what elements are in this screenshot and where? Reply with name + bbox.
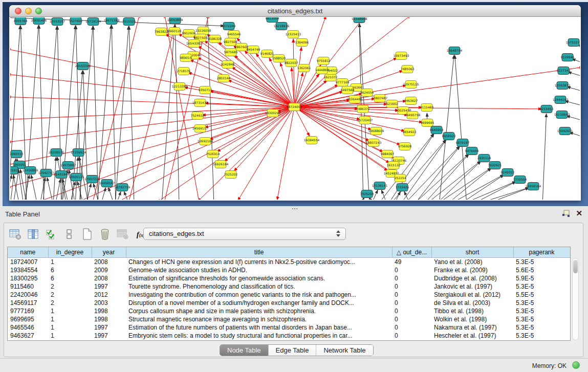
table-cell[interactable]: 49 [392,257,431,266]
table-cell[interactable]: 2003 [92,299,126,307]
network-node[interactable]: 10807487 [372,95,388,102]
column-header[interactable]: title [126,247,392,257]
network-edge[interactable] [360,198,364,200]
network-node[interactable]: 19218936 [274,23,290,30]
table-cell[interactable]: 9465546 [8,323,48,332]
table-cell[interactable]: 5.5E-5 [513,291,570,299]
network-node[interactable]: 7525209 [360,190,374,198]
network-edge[interactable] [294,47,301,107]
network-node[interactable]: 8960128 [168,28,182,35]
table-cell[interactable]: Investigating the contribution of common… [126,291,392,299]
network-node[interactable]: 19671368 [104,17,120,25]
network-window-titlebar[interactable]: citations_edges.txt [9,5,581,17]
network-edge[interactable] [117,107,294,200]
network-node[interactable]: 8186328 [208,35,222,43]
network-node[interactable]: 9756928 [398,143,412,150]
network-node[interactable]: 15136141 [372,182,388,190]
table-row[interactable]: 1456911722003Disruption of a novel membe… [8,299,570,307]
network-node[interactable]: 9755812 [317,57,331,65]
network-node[interactable]: 7526914 [206,150,220,158]
network-node[interactable]: 16648794 [447,47,463,55]
column-header[interactable]: △ out_de... [392,247,431,257]
network-node[interactable]: 9115460 [420,104,434,112]
network-edge[interactable] [92,17,140,200]
table-cell[interactable]: Genome-wide association studies in ADHD. [126,266,392,274]
network-edge[interactable] [455,55,467,200]
network-node[interactable]: 2060510 [10,150,24,158]
table-cell[interactable]: 18724007 [8,257,48,266]
network-node[interactable]: 9777169 [336,79,350,86]
network-node[interactable]: 15992931 [557,127,573,135]
table-scrollbar-thumb[interactable] [573,260,578,273]
table-selector-dropdown[interactable]: citations_edges.txt [143,228,346,240]
network-node[interactable]: 11456869 [23,167,38,174]
network-node[interactable]: 19495758 [405,112,421,119]
network-node[interactable]: 9474444 [465,147,479,155]
table-cell[interactable]: Jankovic et al. (1997) [431,282,513,291]
table-cell[interactable]: 5.3E-5 [513,315,570,323]
table-cell[interactable]: Estimation of the future numbers of pati… [126,323,392,332]
table-cell[interactable]: 0 [392,299,431,307]
network-canvas[interactable]: 1872400779638228960128891293423226058982… [10,17,580,200]
network-node[interactable]: 10692168 [198,138,213,145]
table-cell[interactable]: 22420046 [8,291,48,299]
network-edge[interactable] [207,17,214,200]
table-row[interactable]: 946554611997Estimation of the future num… [8,323,570,332]
network-edge[interactable] [101,188,106,200]
network-edge[interactable] [53,157,56,200]
table-cell[interactable]: 1 [48,315,92,323]
network-edge[interactable] [129,26,134,200]
table-cell[interactable]: de Silva et al. (2003) [431,299,513,307]
table-cell[interactable]: 1997 [92,323,126,332]
table-row[interactable]: 1938455462009Genome-wide association stu… [8,266,570,274]
network-edge[interactable] [565,101,580,107]
network-node[interactable]: 9245012 [501,169,515,177]
table-cell[interactable]: Estimation of significance thresholds fo… [126,274,392,282]
network-node[interactable]: 16958164 [526,183,541,190]
network-node[interactable]: 4055764 [14,17,28,25]
network-node[interactable]: 1615132 [387,162,401,169]
network-node[interactable]: 1588520 [272,55,286,62]
close-panel-icon[interactable]: ✕ [576,209,582,218]
table-cell[interactable]: 9777169 [8,307,48,315]
table-row[interactable]: 2242004622012Investigating the contribut… [8,291,570,299]
create-table-icon[interactable] [81,229,93,240]
table-cell[interactable]: 5.6E-5 [513,266,570,274]
table-cell[interactable]: 5.3E-5 [513,323,570,332]
table-cell[interactable]: 1997 [92,282,126,291]
table-cell[interactable]: 1 [48,332,92,340]
network-node[interactable]: 6879197 [456,139,470,147]
network-node[interactable]: 9640954 [430,126,444,134]
table-cell[interactable]: 5.3E-5 [513,257,570,266]
table-cell[interactable]: Yano et al. (2008) [431,257,513,266]
table-cell[interactable]: Nakamura et al. (1997) [431,323,513,332]
network-node[interactable]: 252254 [395,174,406,182]
network-node[interactable]: 19384554 [304,137,320,144]
network-node[interactable]: 12975115 [403,81,419,89]
table-cell[interactable]: Stergiakouli et al. (2012) [431,291,513,299]
network-node[interactable]: 8813054 [266,17,279,23]
network-edge[interactable] [394,191,400,200]
network-node[interactable]: 16782759 [115,184,130,191]
network-node[interactable]: 2935114 [477,155,491,162]
network-edge[interactable] [108,188,114,200]
network-edge[interactable] [10,107,294,120]
table-cell[interactable]: 5.3E-5 [513,332,570,340]
network-node[interactable]: 15751074 [566,39,580,47]
network-edge[interactable] [568,72,580,78]
table-cell[interactable]: 0 [392,332,431,340]
network-edge[interactable] [567,116,580,122]
table-row[interactable]: 1872400712008Changes of HCN gene express… [8,257,570,266]
network-node[interactable]: 1527602 [69,17,83,25]
network-node[interactable]: 16958167 [99,180,115,187]
splitter-grip[interactable] [292,208,298,210]
network-edge[interactable] [198,57,294,107]
network-node[interactable]: 8958923 [442,133,456,140]
column-header[interactable]: name [8,247,48,257]
network-node[interactable]: 10553257 [50,18,66,26]
table-cell[interactable]: 2009 [92,266,126,274]
network-node[interactable]: 9654923 [403,128,417,136]
delete-list-icon[interactable] [99,229,111,240]
network-node[interactable]: 18300295 [265,110,281,117]
network-node[interactable]: 11548908 [352,17,367,23]
